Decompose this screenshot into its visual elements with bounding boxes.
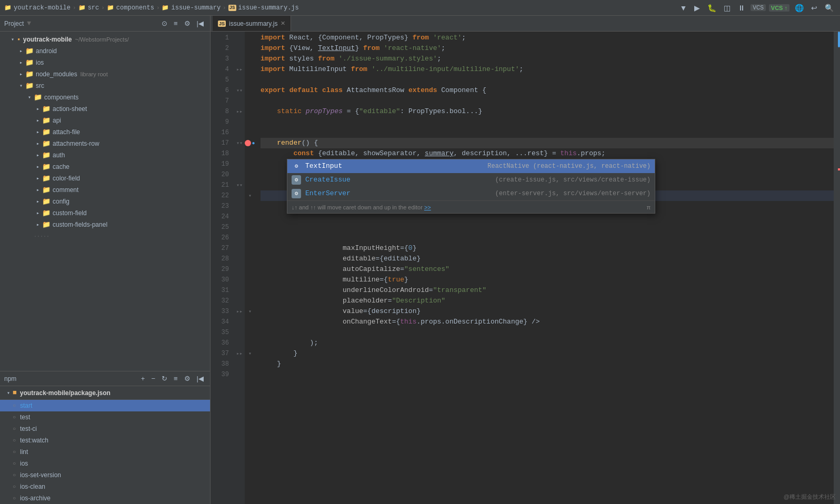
npm-item-test-watch[interactable]: ○ test:watch — [0, 435, 210, 446]
npm-dot-ios-set-version: ○ — [13, 472, 16, 478]
editor-tab-issue-summary[interactable]: JS issue-summary.js ✕ — [213, 16, 291, 31]
code-line-29: autoCapitalize="sentences" — [261, 264, 834, 275]
custom-fields-panel-fold[interactable] — [34, 221, 42, 228]
tab-close-button[interactable]: ✕ — [281, 20, 285, 27]
tree-root[interactable]: ▪ youtrack-mobile ~/WebstormProjects/ — [0, 34, 210, 45]
tree-item-node-modules[interactable]: 📁 node_modules library root — [0, 68, 210, 80]
root-folder-icon: ▪ — [17, 36, 21, 44]
breadcrumb-5[interactable]: issue-summary.js — [238, 4, 299, 12]
npm-item-lint[interactable]: ○ lint — [0, 446, 210, 458]
npm-ios-archive-label: ios-archive — [20, 495, 51, 502]
ac-hint-link[interactable]: >> — [424, 202, 431, 213]
npm-dot-ios: ○ — [13, 461, 16, 467]
autocomplete-dropdown[interactable]: ⚙ TextInput ReactNative (react-native.js… — [287, 159, 655, 214]
undo-button[interactable]: ↩ — [809, 3, 819, 13]
breadcrumb-2[interactable]: src — [88, 4, 99, 12]
auth-fold[interactable] — [34, 152, 42, 158]
ac-item-enterserver[interactable]: ⚙ EnterServer (enter-server.js, src/view… — [287, 187, 655, 200]
npm-dot-ios-archive: ○ — [13, 496, 16, 501]
dropdown-button[interactable]: ▼ — [677, 3, 689, 13]
debug-button[interactable]: 🐛 — [705, 3, 718, 13]
tree-item-attachments-row[interactable]: 📁 attachments-row — [0, 138, 210, 149]
pause-button[interactable]: ⏸ — [736, 3, 747, 13]
js-file-icon: JS — [228, 5, 236, 11]
breadcrumb-4[interactable]: issue-summary — [171, 4, 221, 12]
sidebar-tree[interactable]: ▪ youtrack-mobile ~/WebstormProjects/ 📁 … — [0, 32, 210, 371]
tree-item-color-field[interactable]: 📁 color-field — [0, 173, 210, 184]
code-editor[interactable]: import React, {Component, PropTypes} fro… — [255, 32, 834, 504]
node-modules-fold[interactable] — [17, 71, 25, 77]
attach-file-fold[interactable] — [34, 129, 42, 135]
npm-item-ios-set-version[interactable]: ○ ios-set-version — [0, 469, 210, 481]
comment-fold[interactable] — [34, 187, 42, 193]
ac-item-createissue[interactable]: ⚙ CreateIssue (create-issue.js, src/view… — [287, 173, 655, 187]
src-fold[interactable] — [17, 83, 25, 89]
config-fold[interactable] — [34, 198, 42, 205]
npm-refresh-button[interactable]: ↻ — [159, 374, 169, 384]
fold-indicator-34: ▾ — [248, 308, 252, 315]
npm-item-test[interactable]: ○ test — [0, 411, 210, 423]
tree-item-android[interactable]: 📁 android — [0, 45, 210, 57]
npm-dot-lint: ○ — [13, 449, 16, 455]
tree-item-action-sheet[interactable]: 📁 action-sheet — [0, 103, 210, 115]
npm-remove-button[interactable]: − — [149, 374, 157, 384]
breadcrumb-3[interactable]: components — [116, 4, 154, 12]
breadcrumb-1[interactable]: youtrack-mobile — [14, 4, 71, 12]
root-label: youtrack-mobile — [23, 36, 72, 43]
code-container[interactable]: 1 2 3 4 5 6 7 8 9 16 17 18 19 20 21 22 2… — [211, 32, 840, 504]
tree-item-comment[interactable]: 📁 comment — [0, 184, 210, 196]
custom-field-fold[interactable] — [34, 210, 42, 216]
coverage-button[interactable]: ◫ — [722, 3, 733, 13]
tree-item-custom-field[interactable]: 📁 custom-field — [0, 207, 210, 219]
code-line-4: import MultilineInput from '../multiline… — [261, 64, 834, 75]
tree-item-api[interactable]: 📁 api — [0, 115, 210, 126]
tree-item-auth[interactable]: 📁 auth — [0, 149, 210, 161]
android-fold[interactable] — [17, 48, 25, 54]
search-button[interactable]: 🔍 — [823, 3, 836, 13]
npm-item-ios-archive[interactable]: ○ ios-archive — [0, 492, 210, 504]
color-field-fold[interactable] — [34, 175, 42, 182]
code-line-38: } — [261, 359, 834, 369]
root-fold-arrow[interactable] — [8, 36, 17, 43]
run-button[interactable]: ▶ — [692, 3, 702, 13]
npm-item-start[interactable]: ○ start — [0, 400, 210, 411]
npm-filter-button[interactable]: ≡ — [172, 374, 180, 384]
attachments-row-fold[interactable] — [34, 140, 42, 147]
npm-item-test-ci[interactable]: ○ test-ci — [0, 423, 210, 435]
ac-source-createissue: (create-issue.js, src/views/create-issue… — [495, 175, 651, 185]
npm-dot-ios-clean: ○ — [13, 484, 16, 490]
npm-section-fold[interactable] — [4, 390, 13, 396]
npm-sidebar-button[interactable]: |◀ — [195, 374, 206, 384]
network-button[interactable]: 🌐 — [793, 3, 806, 13]
custom-fields-panel-label: custom-fields-panel — [53, 221, 107, 228]
npm-item-ios[interactable]: ○ ios — [0, 458, 210, 469]
breadcrumb-sep-4: › — [223, 5, 226, 11]
sync-button[interactable]: ⊙ — [159, 18, 169, 28]
issue-summary-icon: 📁 — [162, 4, 169, 11]
action-sheet-fold[interactable] — [34, 106, 42, 112]
code-line-30: multiline={true} — [261, 275, 834, 285]
custom-field-folder-icon: 📁 — [42, 209, 51, 217]
tree-item-ios[interactable]: 📁 ios — [0, 57, 210, 68]
components-fold[interactable] — [25, 94, 34, 100]
cache-fold[interactable] — [34, 164, 42, 170]
code-line-28: editable={editable} — [261, 254, 834, 264]
ac-item-textinput[interactable]: ⚙ TextInput ReactNative (react-native.js… — [287, 159, 655, 173]
api-fold[interactable] — [34, 117, 42, 124]
npm-add-button[interactable]: + — [139, 374, 147, 384]
ios-fold[interactable] — [17, 59, 25, 66]
tree-item-cache[interactable]: 📁 cache — [0, 161, 210, 173]
settings-button[interactable]: ⚙ — [182, 18, 193, 28]
tree-item-attach-file[interactable]: 📁 attach-file — [0, 126, 210, 138]
breakpoint-17[interactable] — [245, 140, 251, 146]
tree-item-components[interactable]: 📁 components — [0, 92, 210, 103]
npm-item-ios-clean[interactable]: ○ ios-clean — [0, 481, 210, 492]
tree-item-custom-fields-panel[interactable]: 📁 custom-fields-panel — [0, 219, 210, 230]
tree-item-config[interactable]: 📁 config — [0, 196, 210, 207]
sidebar-config-button[interactable]: |◀ — [195, 18, 206, 28]
npm-section-header[interactable]: ■ youtrack-mobile/package.json — [0, 386, 210, 400]
tree-item-src[interactable]: 📁 src — [0, 80, 210, 92]
npm-dot-test: ○ — [13, 415, 16, 420]
npm-settings-button[interactable]: ⚙ — [182, 374, 193, 384]
filter-button[interactable]: ≡ — [172, 18, 180, 28]
